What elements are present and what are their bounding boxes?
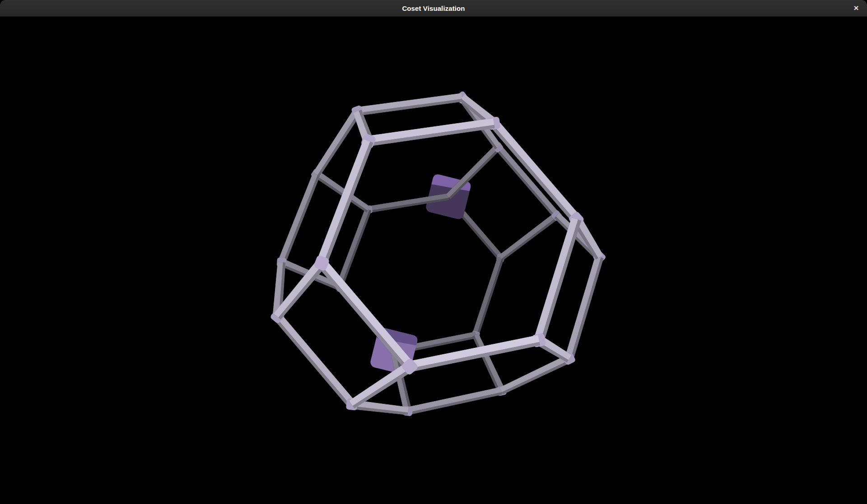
edge-face [278, 173, 318, 263]
scene-viewport[interactable] [0, 17, 867, 504]
edge-face [472, 257, 502, 336]
edge-face [313, 109, 359, 175]
edge-face [407, 387, 502, 412]
titlebar: Coset Visualization × [0, 0, 867, 17]
edge-face [499, 213, 558, 259]
edge-face [321, 259, 414, 367]
app-window: Coset Visualization × [0, 0, 867, 504]
close-button[interactable]: × [845, 0, 867, 16]
edge-face [409, 335, 539, 368]
coset-wireframe [0, 17, 867, 504]
edge-face [500, 355, 570, 392]
edge-face [276, 314, 355, 406]
window-title: Coset Visualization [402, 5, 465, 12]
edge-face [493, 120, 580, 220]
close-icon: × [853, 4, 858, 12]
edge-face [534, 218, 578, 341]
edge-face [565, 256, 601, 359]
edge-face [475, 334, 505, 392]
edge-face [446, 145, 499, 198]
